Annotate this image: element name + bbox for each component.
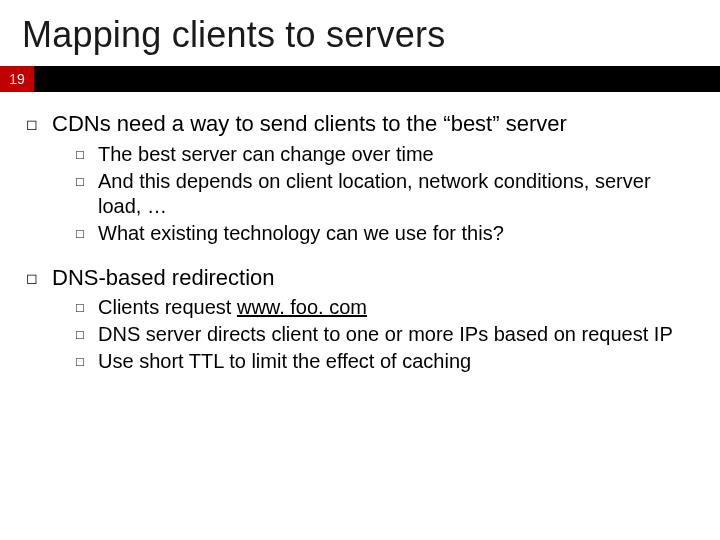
page-number-badge: 19 (0, 66, 34, 92)
sub-bullet-text: DNS server directs client to one or more… (98, 322, 694, 347)
header-bar-fill (34, 66, 720, 92)
bullet-text: DNS-based redirection (52, 264, 694, 292)
square-bullet-icon: □ (76, 142, 98, 167)
bullet-level2: □ Use short TTL to limit the effect of c… (76, 349, 694, 374)
square-bullet-icon: □ (76, 349, 98, 374)
square-bullet-icon: □ (76, 169, 98, 219)
sub-bullet-text: And this depends on client location, net… (98, 169, 694, 219)
sub-bullet-text: Clients request www. foo. com (98, 295, 694, 320)
square-bullet-icon: □ (76, 221, 98, 246)
sub-bullet-text: The best server can change over time (98, 142, 694, 167)
bullet-level2: □ What existing technology can we use fo… (76, 221, 694, 246)
slide: Mapping clients to servers 19 ◻ CDNs nee… (0, 0, 720, 540)
square-bullet-icon: ◻ (26, 264, 52, 292)
bullet-level2: □ And this depends on client location, n… (76, 169, 694, 219)
square-bullet-icon: ◻ (26, 110, 52, 138)
bullet-level1: ◻ CDNs need a way to send clients to the… (26, 110, 694, 138)
bullet-level2: □ DNS server directs client to one or mo… (76, 322, 694, 347)
sub-bullets: □ The best server can change over time □… (26, 142, 694, 246)
sub-bullet-text: What existing technology can we use for … (98, 221, 694, 246)
sub-bullet-text: Use short TTL to limit the effect of cac… (98, 349, 694, 374)
bullet-level2: □ The best server can change over time (76, 142, 694, 167)
bullet-text: CDNs need a way to send clients to the “… (52, 110, 694, 138)
bullet-level2: □ Clients request www. foo. com (76, 295, 694, 320)
link-text[interactable]: www. foo. com (237, 296, 367, 318)
square-bullet-icon: □ (76, 295, 98, 320)
slide-title: Mapping clients to servers (0, 0, 720, 66)
slide-content: ◻ CDNs need a way to send clients to the… (0, 92, 720, 374)
bullet-level1: ◻ DNS-based redirection (26, 264, 694, 292)
header-bar: 19 (0, 66, 720, 92)
square-bullet-icon: □ (76, 322, 98, 347)
sub-bullets: □ Clients request www. foo. com □ DNS se… (26, 295, 694, 374)
